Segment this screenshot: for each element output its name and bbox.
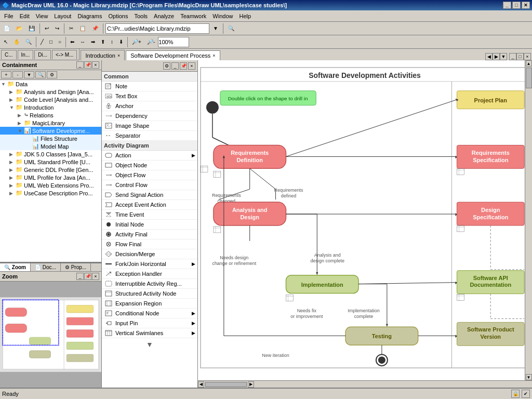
diagram-scrollbar-h[interactable]: ◀ ▶ xyxy=(198,380,532,388)
palette-settings[interactable]: ⚙ xyxy=(163,62,170,70)
containment-close[interactable]: × xyxy=(92,61,99,69)
palette-close[interactable]: × xyxy=(188,62,195,70)
tree-item-code[interactable]: ▶ 📁 Code Level [Analysis and... xyxy=(0,96,101,103)
element-dependency[interactable]: Dependency xyxy=(102,111,197,121)
tab-window-max[interactable]: □ xyxy=(516,53,524,60)
zoom-select[interactable] xyxy=(158,37,189,47)
tab-menu[interactable]: ▼ xyxy=(500,53,507,60)
zoom-tool[interactable]: 🔍 xyxy=(23,36,34,48)
element-flowfinal[interactable]: Flow Final xyxy=(102,240,197,249)
tree-expand[interactable]: + xyxy=(1,71,11,78)
action-expand[interactable]: ▶ xyxy=(192,153,195,158)
tree-item-umlstd[interactable]: ▶ 📁 UML Standard Profile [U... xyxy=(0,158,101,166)
element-interruptible[interactable]: Interruptible Activity Reg... xyxy=(102,279,197,289)
draw-box[interactable]: □ xyxy=(47,36,55,48)
element-swimlanes[interactable]: Vertical Swimlanes ▶ xyxy=(102,328,197,338)
menu-diagrams[interactable]: Diagrams xyxy=(74,12,105,20)
save-button[interactable]: 💾 xyxy=(26,23,37,34)
undo-button[interactable]: ↩ xyxy=(42,23,51,34)
inputpin-expand[interactable]: ▶ xyxy=(192,321,195,326)
scroll-up[interactable]: ▲ xyxy=(526,60,532,66)
element-controlflow[interactable]: Control Flow xyxy=(102,180,197,190)
tab-software-dev[interactable]: Software Development Process × xyxy=(126,50,220,61)
tree-settings[interactable]: ⚙ xyxy=(47,71,57,78)
tree-collapse[interactable]: - xyxy=(12,71,23,78)
breadcrumb-c[interactable]: C... xyxy=(1,50,17,59)
containment-minimize[interactable]: _ xyxy=(76,61,84,69)
paste-button[interactable]: 📌 xyxy=(89,23,101,34)
align-bottom[interactable]: ⬇ xyxy=(116,36,126,48)
breadcrumb-m[interactable]: <-> M... xyxy=(52,50,77,59)
tab-software-dev-close[interactable]: × xyxy=(212,53,215,58)
scroll-thumb-v[interactable] xyxy=(526,68,532,88)
tree-item-usecase[interactable]: ▶ 📁 UseCase Description Pro... xyxy=(0,189,101,197)
menu-help[interactable]: Help xyxy=(236,12,254,20)
tree-item-umlweb[interactable]: ▶ 📁 UML Web Extensions Pro... xyxy=(0,181,101,189)
menu-teamwork[interactable]: Teamwork xyxy=(177,12,209,20)
element-acceptevent[interactable]: Accept Event Action xyxy=(102,200,197,210)
diagram-scrollbar-v[interactable]: ▲ ▼ xyxy=(525,60,532,380)
draw-line[interactable]: ╱ xyxy=(38,36,46,48)
maximize-button[interactable]: □ xyxy=(512,2,521,9)
menu-view[interactable]: View xyxy=(33,12,51,20)
element-timeevent[interactable]: Time Event xyxy=(102,210,197,220)
menu-window[interactable]: Window xyxy=(209,12,236,20)
element-sendsignal[interactable]: Send Signal Action xyxy=(102,190,197,200)
element-activityfinal[interactable]: Activity Final xyxy=(102,230,197,240)
tree-item-umlprofile[interactable]: ▶ 📁 UML Profile for Java [An... xyxy=(0,174,101,181)
tree-item-jdk[interactable]: ▶ 📁 JDK 5.0 Classes [Java_5... xyxy=(0,150,101,158)
prop-tab[interactable]: ⚙ Prop... xyxy=(61,263,91,271)
forkjoin-expand[interactable]: ▶ xyxy=(192,261,195,267)
tab-prev[interactable]: ◀ xyxy=(485,53,493,60)
pan-tool[interactable]: ✋ xyxy=(11,36,22,48)
align-middle[interactable]: ↕ xyxy=(108,36,116,48)
tree-search[interactable]: 🔍 xyxy=(35,71,46,78)
copy-button[interactable]: 📋 xyxy=(77,23,88,34)
swimlanes-expand[interactable]: ▶ xyxy=(192,330,195,336)
breadcrumb-di[interactable]: Di... xyxy=(34,50,51,59)
zoom-close[interactable]: × xyxy=(92,273,99,280)
tab-window-close[interactable]: × xyxy=(524,53,531,60)
align-right[interactable]: ➡ xyxy=(88,36,98,48)
find-button[interactable]: 🔍 xyxy=(225,23,237,34)
element-action[interactable]: Action ▶ xyxy=(102,151,197,161)
palette-minimize[interactable]: _ xyxy=(171,62,179,70)
tab-introduction-close[interactable]: × xyxy=(117,53,120,58)
tree-item-intro[interactable]: ▼ 📁 Introduction xyxy=(0,103,101,111)
zoom-tab[interactable]: 🔍 Zoom xyxy=(0,263,31,271)
new-button[interactable]: 📄 xyxy=(1,23,12,34)
element-textbox[interactable]: abc Text Box xyxy=(102,91,197,101)
menu-edit[interactable]: Edit xyxy=(17,12,33,20)
cut-button[interactable]: ✂ xyxy=(66,23,76,34)
menu-tools[interactable]: Tools xyxy=(131,12,151,20)
element-exception[interactable]: Exception Handler xyxy=(102,269,197,279)
tree-filter[interactable]: ▼ xyxy=(24,71,34,78)
open-button[interactable]: 📂 xyxy=(14,23,25,34)
close-button[interactable]: ✕ xyxy=(522,2,530,9)
element-expansion[interactable]: Expansion Region xyxy=(102,299,197,309)
element-note[interactable]: Note xyxy=(102,82,197,91)
menu-layout[interactable]: Layout xyxy=(51,12,74,20)
doc-tab[interactable]: 📄 Doc... xyxy=(31,263,61,271)
menu-file[interactable]: File xyxy=(1,12,17,20)
zoom-pin[interactable]: 📌 xyxy=(84,273,91,280)
tree-item-magiclibrary[interactable]: ▶ 📁 MagicLibrary xyxy=(0,119,101,127)
tree-item-relations[interactable]: ▶ ⤷ Relations xyxy=(0,111,101,119)
element-objectflow[interactable]: Object Flow xyxy=(102,170,197,180)
align-center[interactable]: ↔ xyxy=(77,36,88,48)
align-top[interactable]: ⬆ xyxy=(98,36,108,48)
tree-item-analysis[interactable]: ▶ 📁 Analysis and Design [Ana... xyxy=(0,88,101,96)
draw-ellipse[interactable]: ○ xyxy=(56,36,64,48)
element-decision[interactable]: <> Decision/Merge xyxy=(102,249,197,259)
menu-analyze[interactable]: Analyze xyxy=(151,12,177,20)
scroll-thumb-h[interactable] xyxy=(205,382,247,387)
element-forkjoin[interactable]: Fork/Join Horizontal ▶ xyxy=(102,259,197,269)
element-conditional[interactable]: if Conditional Node ▶ xyxy=(102,309,197,318)
minimize-button[interactable]: _ xyxy=(503,2,511,9)
element-inputpin[interactable]: Input Pin ▶ xyxy=(102,318,197,328)
element-structured[interactable]: Structured Activity Node xyxy=(102,289,197,299)
element-separator[interactable]: Separator xyxy=(102,131,197,141)
align-left[interactable]: ⬅ xyxy=(68,36,77,48)
tab-introduction[interactable]: Introduction × xyxy=(81,50,125,60)
element-anchor[interactable]: Anchor xyxy=(102,101,197,111)
